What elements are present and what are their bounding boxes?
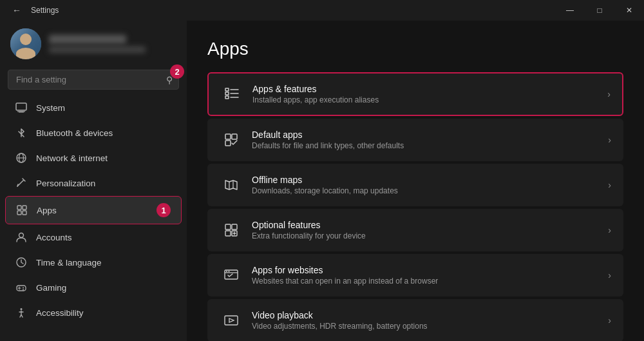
sidebar-item-system[interactable]: System xyxy=(5,95,182,120)
network-label: Network & internet xyxy=(36,153,108,163)
svg-rect-0 xyxy=(16,103,26,110)
default-apps-icon xyxy=(220,128,243,151)
offline-maps-icon xyxy=(220,173,243,197)
bluetooth-label: Bluetooth & devices xyxy=(36,128,113,138)
svg-rect-26 xyxy=(225,141,231,146)
svg-rect-31 xyxy=(225,231,231,236)
back-icon: ← xyxy=(12,5,21,15)
svg-rect-25 xyxy=(232,134,237,139)
apps-label: Apps xyxy=(37,206,57,215)
avatar xyxy=(10,28,41,59)
svg-point-10 xyxy=(19,233,24,238)
optional-features-text: Optional features Extra functionality fo… xyxy=(252,220,603,240)
svg-rect-8 xyxy=(17,211,21,215)
svg-rect-9 xyxy=(23,211,26,215)
settings-item-apps-features[interactable]: Apps & features Installed apps, app exec… xyxy=(207,72,623,116)
apps-websites-text: Apps for websites Websites that can open… xyxy=(252,265,603,286)
settings-item-default-apps[interactable]: Default apps Defaults for file and link … xyxy=(207,119,623,161)
minimize-button[interactable]: — xyxy=(555,0,585,21)
window-controls: — □ ✕ xyxy=(555,0,644,21)
app-title: Settings xyxy=(31,6,59,15)
svg-rect-19 xyxy=(225,92,229,95)
svg-point-15 xyxy=(23,287,24,289)
search-input[interactable] xyxy=(8,70,179,90)
user-name xyxy=(49,35,126,44)
accessibility-label: Accessibility xyxy=(36,308,84,318)
bluetooth-icon xyxy=(15,127,27,139)
chevron-icon: › xyxy=(608,270,611,280)
personalization-icon xyxy=(15,177,27,189)
time-icon xyxy=(15,257,27,268)
sidebar-item-accessibility[interactable]: Accessibility xyxy=(5,300,182,325)
svg-point-38 xyxy=(229,271,230,272)
default-apps-subtitle: Defaults for file and link types, other … xyxy=(252,141,603,150)
gaming-label: Gaming xyxy=(36,283,66,293)
apps-websites-title: Apps for websites xyxy=(252,265,603,275)
svg-point-17 xyxy=(21,308,23,310)
accounts-icon xyxy=(15,231,27,243)
annotation-badge-2: 2 xyxy=(170,64,184,79)
offline-maps-text: Offline maps Downloads, storage location… xyxy=(252,175,603,195)
sidebar-item-network[interactable]: Network & internet xyxy=(5,146,182,170)
apps-features-text: Apps & features Installed apps, app exec… xyxy=(252,84,602,104)
close-icon: ✕ xyxy=(626,6,632,15)
titlebar-left: ← Settings xyxy=(8,1,59,19)
settings-item-video-playback[interactable]: Video playback Video adjustments, HDR st… xyxy=(207,299,623,341)
chevron-icon: › xyxy=(608,315,611,326)
system-label: System xyxy=(36,103,65,113)
apps-features-subtitle: Installed apps, app execution aliases xyxy=(252,95,602,104)
page-title: Apps xyxy=(207,39,623,59)
sidebar-item-apps[interactable]: Apps 1 xyxy=(5,196,182,224)
optional-features-icon xyxy=(220,219,243,242)
main-layout: ⚲ 2 System xyxy=(0,21,644,341)
settings-item-offline-maps[interactable]: Offline maps Downloads, storage location… xyxy=(207,164,623,206)
apps-features-icon xyxy=(220,83,243,106)
minimize-icon: — xyxy=(566,6,574,15)
sidebar-item-gaming[interactable]: Gaming xyxy=(5,275,182,300)
svg-rect-20 xyxy=(225,96,229,99)
accounts-label: Accounts xyxy=(36,233,72,242)
nav-list: System Bluetooth & devices xyxy=(0,95,187,326)
video-playback-text: Video playback Video adjustments, HDR st… xyxy=(252,310,603,331)
system-icon xyxy=(15,102,27,113)
video-playback-icon xyxy=(220,309,243,332)
video-playback-title: Video playback xyxy=(252,310,603,320)
optional-features-subtitle: Extra functionality for your device xyxy=(252,231,603,240)
sidebar-item-bluetooth[interactable]: Bluetooth & devices xyxy=(5,121,182,145)
close-button[interactable]: ✕ xyxy=(614,0,644,21)
settings-item-apps-websites[interactable]: Apps for websites Websites that can open… xyxy=(207,254,623,297)
svg-point-16 xyxy=(23,289,24,291)
user-profile[interactable] xyxy=(0,21,187,67)
sidebar-item-personalization[interactable]: Personalization xyxy=(5,171,182,195)
offline-maps-subtitle: Downloads, storage location, map updates xyxy=(252,186,603,195)
apps-websites-icon xyxy=(220,264,243,287)
search-container: ⚲ 2 xyxy=(8,70,179,90)
default-apps-text: Default apps Defaults for file and link … xyxy=(252,130,603,150)
default-apps-title: Default apps xyxy=(252,130,603,140)
chevron-icon: › xyxy=(607,89,611,99)
offline-maps-title: Offline maps xyxy=(252,175,603,185)
personalization-label: Personalization xyxy=(36,179,95,188)
settings-item-optional-features[interactable]: Optional features Extra functionality fo… xyxy=(207,209,623,251)
maximize-icon: □ xyxy=(597,6,601,15)
video-playback-subtitle: Video adjustments, HDR streaming, batter… xyxy=(252,322,603,331)
titlebar: ← Settings — □ ✕ xyxy=(0,0,644,21)
apps-icon xyxy=(16,204,28,216)
network-icon xyxy=(15,152,27,164)
chevron-icon: › xyxy=(608,225,611,235)
back-button[interactable]: ← xyxy=(8,1,26,19)
apps-features-title: Apps & features xyxy=(252,84,602,94)
accessibility-icon xyxy=(15,307,27,318)
gaming-icon xyxy=(15,282,27,293)
svg-point-37 xyxy=(226,271,227,272)
svg-rect-6 xyxy=(17,206,21,209)
sidebar-item-time[interactable]: Time & language xyxy=(5,250,182,275)
user-info xyxy=(49,35,146,53)
svg-rect-30 xyxy=(232,224,237,229)
time-label: Time & language xyxy=(36,258,102,268)
maximize-button[interactable]: □ xyxy=(585,0,614,21)
svg-rect-7 xyxy=(23,206,26,209)
svg-rect-24 xyxy=(225,134,231,139)
annotation-badge-1: 1 xyxy=(156,203,171,217)
sidebar-item-accounts[interactable]: Accounts xyxy=(5,225,182,249)
